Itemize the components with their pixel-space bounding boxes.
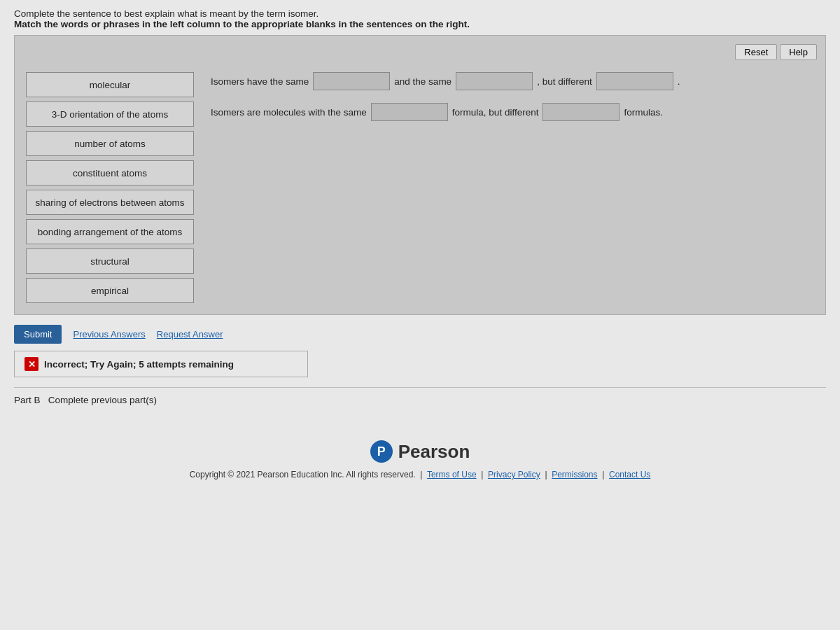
drop-box-1b[interactable] (456, 72, 533, 90)
footer-logo: P Pearson (14, 440, 826, 463)
contact-us-link[interactable]: Contact Us (609, 470, 650, 479)
exercise-area: molecular 3-D orientation of the atoms n… (26, 72, 814, 303)
error-icon: ✕ (24, 357, 38, 371)
drag-item-constituent-atoms[interactable]: constituent atoms (26, 160, 194, 186)
help-button[interactable]: Help (780, 44, 817, 60)
drop-box-1c[interactable] (596, 72, 673, 90)
previous-answers-button[interactable]: Previous Answers (73, 329, 145, 340)
sentence2-part3: formulas. (624, 107, 663, 118)
drop-box-2b[interactable] (542, 103, 620, 121)
drag-item-number-of-atoms[interactable]: number of atoms (26, 131, 194, 156)
drop-box-1a[interactable] (313, 72, 390, 90)
request-answer-button[interactable]: Request Answer (157, 329, 223, 340)
part-b-text: Complete previous part(s) (48, 395, 157, 405)
reset-button[interactable]: Reset (735, 44, 777, 60)
bottom-actions: Submit Previous Answers Request Answer (14, 325, 826, 344)
section-divider (14, 387, 826, 388)
error-box: ✕ Incorrect; Try Again; 5 attempts remai… (14, 351, 308, 377)
privacy-policy-link[interactable]: Privacy Policy (488, 470, 540, 479)
sentence1-part2: and the same (394, 76, 451, 87)
permissions-link[interactable]: Permissions (552, 470, 597, 479)
sentence2-part1: Isomers are molecules with the same (211, 107, 367, 118)
instruction-line2: Match the words or phrases in the left c… (14, 19, 826, 29)
instruction-line1: Complete the sentence to best explain wh… (14, 8, 826, 19)
drag-item-3d-orientation[interactable]: 3-D orientation of the atoms (26, 102, 194, 127)
sentence1-part3: , but different (537, 76, 592, 87)
drag-item-sharing-electrons[interactable]: sharing of electrons between atoms (26, 190, 194, 215)
pearson-label: Pearson (398, 441, 470, 463)
reset-help-group: Reset Help (735, 44, 817, 60)
drag-item-structural[interactable]: structural (26, 248, 194, 274)
drag-item-molecular[interactable]: molecular (26, 72, 194, 97)
drag-item-bonding-arrangement[interactable]: bonding arrangement of the atoms (26, 219, 194, 244)
pearson-logo: P Pearson (370, 440, 470, 463)
sentence2-part2: formula, but different (452, 107, 539, 118)
pearson-circle-icon: P (370, 440, 393, 463)
sentences-column: Isomers have the same and the same , but… (211, 72, 814, 303)
drag-items-column: molecular 3-D orientation of the atoms n… (26, 72, 194, 303)
footer-copyright: Copyright © 2021 Pearson Education Inc. … (14, 470, 826, 485)
sentence-row-1: Isomers have the same and the same , but… (211, 72, 814, 90)
copyright-text: Copyright © 2021 Pearson Education Inc. … (190, 470, 416, 479)
sentence1-part4: . (678, 76, 680, 87)
drop-box-2a[interactable] (371, 103, 448, 121)
part-b-section: Part B Complete previous part(s) (14, 395, 826, 405)
sentence1-part1: Isomers have the same (211, 76, 309, 87)
terms-of-use-link[interactable]: Terms of Use (427, 470, 477, 479)
submit-button[interactable]: Submit (14, 325, 62, 344)
exercise-container: Reset Help molecular 3-D orientation of … (14, 35, 826, 315)
error-message: Incorrect; Try Again; 5 attempts remaini… (44, 359, 234, 370)
part-b-label: Part B (14, 395, 41, 405)
sentence-row-2: Isomers are molecules with the same form… (211, 103, 814, 121)
drag-item-empirical[interactable]: empirical (26, 278, 194, 303)
